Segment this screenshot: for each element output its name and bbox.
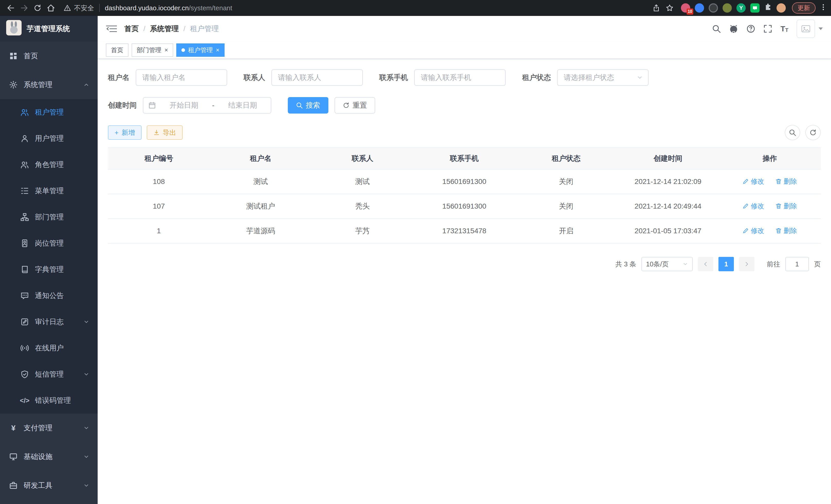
reload-icon[interactable] xyxy=(31,1,44,14)
page-size-value: 10条/页 xyxy=(646,260,668,269)
help-icon[interactable] xyxy=(746,24,755,33)
sidebar-item-label: 用户管理 xyxy=(35,134,64,143)
delete-button[interactable]: 删除 xyxy=(775,202,797,211)
url-path: /system/tenant xyxy=(189,4,232,12)
sidebar-item-sms[interactable]: 短信管理 xyxy=(0,361,98,387)
site-security-chip[interactable]: 不安全 xyxy=(64,4,94,12)
sidebar-item-payment[interactable]: ¥ 支付管理 xyxy=(0,414,98,442)
share-icon[interactable] xyxy=(650,1,663,14)
page-size-select[interactable]: 10条/页 xyxy=(641,257,693,271)
extension-icon-3[interactable] xyxy=(709,3,718,12)
status-select[interactable]: 请选择租户状态 xyxy=(557,69,649,86)
menu-list-icon xyxy=(21,187,29,195)
gear-icon xyxy=(9,81,18,89)
broadcast-icon xyxy=(21,344,29,352)
header-search-icon[interactable] xyxy=(712,24,721,33)
sidebar-item-system[interactable]: 系统管理 xyxy=(0,70,98,99)
sidebar-collapse-icon[interactable] xyxy=(106,25,117,33)
delete-button[interactable]: 删除 xyxy=(775,226,797,235)
user-menu[interactable] xyxy=(797,20,823,38)
edit-button[interactable]: 修改 xyxy=(743,226,764,235)
top-navbar: 首页 / 系统管理 / 租户管理 TT xyxy=(98,16,831,41)
tab-tenant[interactable]: 租户管理 × xyxy=(176,43,225,57)
back-icon[interactable] xyxy=(4,1,18,14)
refresh-icon xyxy=(343,102,349,109)
cell-phone: 15601691300 xyxy=(413,178,515,186)
chevron-up-icon xyxy=(83,82,89,88)
reset-button-label: 重置 xyxy=(352,100,367,110)
font-small-glyph: T xyxy=(785,28,789,33)
github-icon[interactable] xyxy=(729,24,738,33)
edit-label: 修改 xyxy=(751,202,764,211)
sidebar-item-error-code[interactable]: </> 错误码管理 xyxy=(0,387,98,414)
breadcrumb-home[interactable]: 首页 xyxy=(124,24,139,34)
extensions-puzzle-icon[interactable] xyxy=(764,3,772,13)
breadcrumb: 首页 / 系统管理 / 租户管理 xyxy=(124,24,219,34)
extension-icon-6[interactable] xyxy=(750,3,760,12)
tenant-name-input[interactable] xyxy=(136,69,227,86)
next-page-button[interactable] xyxy=(739,257,754,271)
home-icon[interactable] xyxy=(44,1,58,14)
sidebar-item-notice[interactable]: 通知公告 xyxy=(0,283,98,309)
prev-page-button[interactable] xyxy=(698,257,713,271)
sidebar-item-label: 菜单管理 xyxy=(35,186,64,196)
extension-icon-1[interactable]: 10 xyxy=(681,3,690,12)
breadcrumb-section[interactable]: 系统管理 xyxy=(150,24,179,34)
cell-contact: 秃头 xyxy=(312,201,413,211)
chevron-down-icon xyxy=(83,425,89,431)
page-number-button[interactable]: 1 xyxy=(718,257,734,271)
export-button[interactable]: 导出 xyxy=(147,125,183,140)
breadcrumb-current: 租户管理 xyxy=(190,24,219,34)
delete-button[interactable]: 删除 xyxy=(775,177,797,186)
sidebar-item-dept[interactable]: 部门管理 xyxy=(0,204,98,230)
sidebar-item-audit-log[interactable]: 审计日志 xyxy=(0,309,98,335)
edit-button[interactable]: 修改 xyxy=(743,202,764,211)
extension-icon-7[interactable] xyxy=(776,3,786,12)
sidebar-item-infra[interactable]: 基础设施 xyxy=(0,442,98,471)
close-icon[interactable]: × xyxy=(216,47,220,53)
close-icon[interactable]: × xyxy=(165,47,168,53)
goto-page-input[interactable] xyxy=(785,257,809,271)
extension-icon-5[interactable]: Y xyxy=(737,3,746,12)
extension-icon-2[interactable] xyxy=(695,3,704,12)
edit-button[interactable]: 修改 xyxy=(743,177,764,186)
search-button[interactable]: 搜索 xyxy=(288,97,328,114)
extension-icon-4[interactable] xyxy=(722,3,732,12)
browser-menu-icon[interactable] xyxy=(820,4,827,12)
table-header: 租户编号 租户名 联系人 联系手机 租户状态 创建时间 操作 xyxy=(108,148,821,170)
sidebar-item-devtools[interactable]: 研发工具 xyxy=(0,471,98,500)
add-button[interactable]: + 新增 xyxy=(108,125,142,140)
sidebar-item-post[interactable]: 岗位管理 xyxy=(0,230,98,256)
tab-home[interactable]: 首页 xyxy=(106,43,128,57)
search-button-label: 搜索 xyxy=(306,100,320,110)
app-logo[interactable]: 芋道管理系统 xyxy=(0,16,98,41)
sidebar-item-tenant[interactable]: 租户管理 xyxy=(0,99,98,125)
delete-label: 删除 xyxy=(784,177,797,186)
sidebar-item-role[interactable]: 角色管理 xyxy=(0,152,98,178)
cell-tenant-id: 108 xyxy=(108,178,210,186)
sidebar-item-home[interactable]: 首页 xyxy=(0,41,98,70)
sidebar-item-label: 系统管理 xyxy=(24,80,52,90)
sidebar-item-online-user[interactable]: 在线用户 xyxy=(0,335,98,361)
reset-button[interactable]: 重置 xyxy=(335,97,375,114)
chevron-down-icon xyxy=(83,371,89,377)
sidebar-item-menu[interactable]: 菜单管理 xyxy=(0,178,98,204)
fullscreen-icon[interactable] xyxy=(764,24,772,33)
refresh-table-icon[interactable] xyxy=(805,125,821,140)
tenant-name-label: 租户名 xyxy=(108,73,130,83)
browser-update-button[interactable]: 更新 xyxy=(792,2,815,13)
app-title: 芋道管理系统 xyxy=(27,24,70,34)
date-range-picker[interactable]: 开始日期 - 结束日期 xyxy=(143,97,271,114)
sidebar-item-dict[interactable]: 字典管理 xyxy=(0,256,98,283)
sidebar-item-user[interactable]: 用户管理 xyxy=(0,125,98,152)
contact-input[interactable] xyxy=(271,69,363,86)
toggle-search-icon[interactable] xyxy=(785,125,800,140)
bookmark-star-icon[interactable] xyxy=(663,1,676,14)
forward-icon[interactable] xyxy=(18,1,31,14)
font-size-icon[interactable]: TT xyxy=(780,25,789,33)
extension-letter: Y xyxy=(739,5,743,11)
active-dot xyxy=(181,48,185,52)
phone-input[interactable] xyxy=(414,69,506,86)
address-bar[interactable]: dashboard.yudao.iocoder.cn/system/tenant xyxy=(105,4,232,12)
tab-dept[interactable]: 部门管理 × xyxy=(132,43,173,57)
